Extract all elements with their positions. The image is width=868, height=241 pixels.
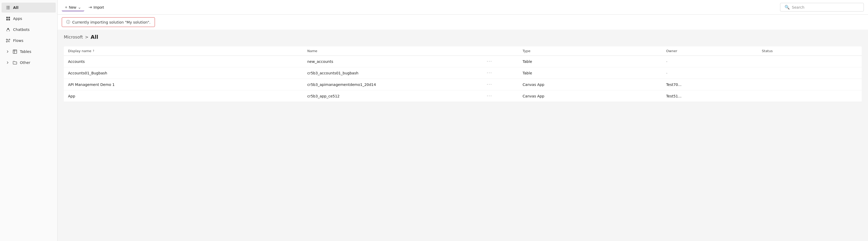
sidebar-item-label: Flows (13, 38, 23, 43)
sidebar: All Apps Chatbots (0, 0, 58, 241)
sidebar-item-label: All (13, 5, 18, 10)
table-row[interactable]: API Management Demo 1 cr5b3_apimanagemen… (64, 79, 862, 90)
sidebar-item-all[interactable]: All (2, 3, 56, 12)
sidebar-item-other[interactable]: Other (2, 58, 56, 68)
apps-icon (6, 16, 10, 21)
col-header-dots (487, 49, 523, 53)
notification-message: Currently importing solution "My solutio… (72, 20, 151, 24)
svg-point-14 (9, 39, 10, 40)
tables-icon (12, 49, 17, 54)
svg-rect-16 (13, 50, 17, 53)
col-label-owner: Owner (666, 49, 677, 53)
toolbar-actions: + New ⌄ ⇥ Import (62, 3, 107, 11)
svg-rect-1 (7, 6, 10, 6)
chatbot-icon (6, 27, 10, 32)
col-header-type[interactable]: Type (523, 49, 666, 53)
import-notification-area: ⓘ Currently importing solution "My solut… (58, 15, 868, 30)
cell-name: new_accounts (307, 59, 487, 64)
cell-owner: Test70... (666, 82, 762, 87)
import-button[interactable]: ⇥ Import (85, 3, 107, 11)
flows-icon (6, 38, 10, 43)
svg-point-13 (6, 39, 7, 40)
cell-display-name: API Management Demo 1 (68, 82, 307, 87)
search-icon: 🔍 (784, 5, 790, 10)
svg-rect-8 (6, 19, 8, 21)
cell-type: Table (523, 71, 666, 75)
table-row[interactable]: Accounts new_accounts ··· Table - (64, 56, 862, 67)
row-context-menu-dots[interactable]: ··· (487, 59, 523, 64)
row-context-menu-dots[interactable]: ··· (487, 82, 523, 87)
svg-rect-2 (6, 7, 7, 8)
row-context-menu-dots[interactable]: ··· (487, 71, 523, 76)
cell-name: cr5b3_apimanagementdemo1_20d14 (307, 82, 487, 87)
svg-rect-5 (7, 9, 10, 9)
new-button-label: New (69, 5, 76, 9)
svg-point-15 (6, 41, 7, 42)
search-box[interactable]: 🔍 Search (780, 3, 864, 11)
col-label-display-name: Display name (68, 49, 91, 53)
cell-owner: - (666, 71, 762, 75)
cell-owner: - (666, 59, 762, 64)
sidebar-item-label: Tables (20, 50, 31, 54)
cell-display-name: Accounts (68, 59, 307, 64)
folder-icon (12, 60, 17, 65)
new-button[interactable]: + New ⌄ (62, 3, 84, 11)
cell-display-name: Accounts01_Bugbash (68, 71, 307, 75)
col-header-status[interactable]: Status (762, 49, 858, 53)
sidebar-item-label: Apps (13, 17, 22, 21)
table-row[interactable]: App cr5b3_app_ce512 ··· Canvas App Test5… (64, 90, 862, 102)
cell-name: cr5b3_app_ce512 (307, 94, 487, 98)
col-header-display-name[interactable]: Display name ↑ (68, 49, 307, 53)
table-header: Display name ↑ Name Type Owner Status (64, 46, 862, 56)
breadcrumb-separator: > (85, 34, 88, 39)
svg-rect-9 (8, 19, 10, 21)
breadcrumb-parent: Microsoft (64, 34, 83, 39)
import-button-label: Import (93, 5, 104, 9)
content-area: Microsoft > All Display name ↑ Name Typ (58, 30, 868, 241)
info-icon: ⓘ (66, 20, 70, 25)
list-icon (6, 5, 10, 10)
table-row[interactable]: Accounts01_Bugbash cr5b3_accounts01_bugb… (64, 67, 862, 79)
notification-box: ⓘ Currently importing solution "My solut… (62, 17, 155, 27)
chevron-down-icon: ⌄ (78, 5, 81, 10)
sidebar-item-apps[interactable]: Apps (2, 14, 56, 24)
main-content: + New ⌄ ⇥ Import 🔍 Search ⓘ Currently im… (58, 0, 868, 241)
plus-icon: + (65, 5, 67, 10)
col-label-type: Type (523, 49, 530, 53)
cell-display-name: App (68, 94, 307, 98)
col-label-status: Status (762, 49, 773, 53)
toolbar: + New ⌄ ⇥ Import 🔍 Search (58, 0, 868, 15)
breadcrumb: Microsoft > All (64, 34, 862, 40)
svg-rect-6 (6, 17, 8, 18)
svg-rect-7 (8, 17, 10, 18)
col-header-name[interactable]: Name (307, 49, 487, 53)
sidebar-item-label: Other (20, 60, 30, 65)
import-icon: ⇥ (88, 5, 92, 10)
col-label-name: Name (307, 49, 317, 53)
cell-name: cr5b3_accounts01_bugbash (307, 71, 487, 75)
svg-rect-0 (6, 6, 7, 6)
sidebar-item-tables[interactable]: Tables (2, 47, 56, 57)
row-context-menu-dots[interactable]: ··· (487, 93, 523, 99)
svg-rect-4 (6, 9, 7, 9)
cell-type: Canvas App (523, 94, 666, 98)
cell-type: Canvas App (523, 82, 666, 87)
chevron-right-icon (6, 50, 9, 53)
search-placeholder: Search (792, 5, 804, 9)
cell-owner: Test51... (666, 94, 762, 98)
sidebar-item-chatbots[interactable]: Chatbots (2, 25, 56, 34)
sidebar-item-flows[interactable]: Flows (2, 36, 56, 46)
data-table: Display name ↑ Name Type Owner Status (64, 46, 862, 102)
svg-rect-3 (7, 7, 10, 8)
chevron-right-icon (6, 61, 9, 64)
col-header-owner[interactable]: Owner (666, 49, 762, 53)
sort-asc-icon: ↑ (92, 49, 95, 53)
breadcrumb-current: All (91, 34, 98, 40)
sidebar-item-label: Chatbots (13, 27, 30, 32)
cell-type: Table (523, 59, 666, 64)
